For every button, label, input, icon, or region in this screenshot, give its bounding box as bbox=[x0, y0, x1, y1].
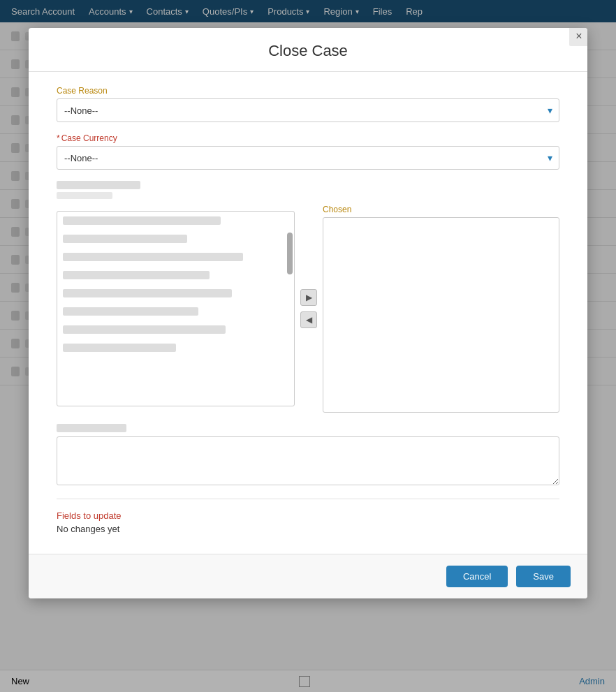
modal-footer: Cancel Save bbox=[29, 554, 587, 598]
list-transfer-arrows: ▶ ◀ bbox=[300, 289, 317, 328]
case-currency-select-wrapper: --None-- ▾ bbox=[57, 146, 559, 170]
required-star-icon: * bbox=[57, 133, 60, 143]
modal-overlay: × Close Case Case Reason --None-- ▾ *Cas… bbox=[0, 0, 616, 692]
chosen-list-box[interactable] bbox=[323, 217, 559, 413]
case-reason-select-wrapper: --None-- ▾ bbox=[57, 98, 559, 122]
modal-body: Case Reason --None-- ▾ *Case Currency --… bbox=[29, 72, 587, 554]
chosen-box-wrapper: Chosen bbox=[323, 205, 559, 413]
modal-close-button[interactable]: × bbox=[568, 28, 587, 47]
cancel-button[interactable]: Cancel bbox=[446, 566, 508, 587]
chosen-label: Chosen bbox=[323, 205, 559, 214]
modal-title: Close Case bbox=[45, 42, 571, 60]
dual-list-sub-label bbox=[57, 192, 112, 199]
dual-list-section: ▶ ◀ Chosen bbox=[57, 181, 559, 413]
case-currency-field: *Case Currency --None-- ▾ bbox=[57, 133, 559, 170]
list-item[interactable] bbox=[57, 266, 294, 284]
notes-textarea[interactable] bbox=[57, 436, 559, 485]
list-scrollbar[interactable] bbox=[287, 233, 293, 274]
list-item[interactable] bbox=[57, 248, 294, 266]
modal-divider bbox=[57, 499, 559, 499]
list-item[interactable] bbox=[57, 284, 294, 302]
fields-to-update-value: No changes yet bbox=[57, 524, 559, 534]
modal-header: Close Case bbox=[29, 28, 587, 72]
fields-to-update-section: Fields to update No changes yet bbox=[57, 510, 559, 534]
case-currency-select[interactable]: --None-- bbox=[57, 146, 559, 170]
modal-dialog: × Close Case Case Reason --None-- ▾ *Cas… bbox=[29, 28, 587, 598]
case-reason-select[interactable]: --None-- bbox=[57, 98, 559, 122]
list-item[interactable] bbox=[57, 212, 294, 230]
list-item[interactable] bbox=[57, 302, 294, 321]
notes-label-bar bbox=[57, 424, 126, 432]
move-right-button[interactable]: ▶ bbox=[300, 289, 317, 306]
move-left-button[interactable]: ◀ bbox=[300, 311, 317, 328]
case-reason-field: Case Reason --None-- ▾ bbox=[57, 86, 559, 122]
available-list-box[interactable] bbox=[57, 211, 295, 406]
fields-to-update-label: Fields to update bbox=[57, 510, 559, 521]
list-item[interactable] bbox=[57, 321, 294, 339]
case-currency-label: *Case Currency bbox=[57, 133, 559, 143]
notes-section bbox=[57, 424, 559, 487]
dual-list-container: ▶ ◀ Chosen bbox=[57, 205, 559, 413]
dual-list-main-label bbox=[57, 181, 140, 189]
list-item[interactable] bbox=[57, 230, 294, 248]
case-reason-label: Case Reason bbox=[57, 86, 559, 96]
save-button[interactable]: Save bbox=[516, 566, 571, 587]
list-item[interactable] bbox=[57, 339, 294, 357]
